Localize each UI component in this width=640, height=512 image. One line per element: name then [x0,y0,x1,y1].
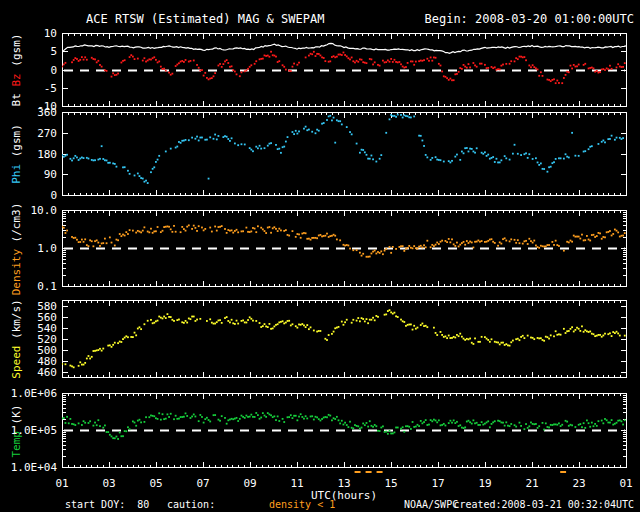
speed-ytick-label: 540 [0,323,57,334]
density-ytick-label: 10.0 [0,205,57,216]
density-ytick-label: 1.0 [0,243,57,254]
begin-timestamp: Begin: 2008-03-20 01:00:00UTC [424,12,634,26]
x-tick-label: 05 [149,477,162,490]
speed-plot-canvas [62,300,627,378]
created-timestamp: created:2008-03-21 00:32:04UTC [453,499,634,510]
mag-ytick-label: -5 [0,83,57,94]
x-tick-label: 09 [243,477,256,490]
start-doy-label: start DOY: 80 [65,499,149,510]
temp-ytick-label: 1.0E+05 [0,425,57,436]
x-tick-label: 17 [431,477,444,490]
caution-marker-strip [62,470,627,474]
x-tick-label: 03 [102,477,115,490]
mag-ytick-label: 10 [0,28,57,39]
ace-rtsw-solar-wind-plot: ACE RTSW (Estimated) MAG & SWEPAM Begin:… [0,0,640,512]
phi-ytick-label: 90 [0,169,57,180]
x-tick-label: 01 [55,477,68,490]
speed-ytick-label: 580 [0,301,57,312]
plot-title: ACE RTSW (Estimated) MAG & SWEPAM [86,12,324,26]
x-tick-label: 21 [525,477,538,490]
phi-ytick-label: 270 [0,128,57,139]
density-ytick-label: 0.1 [0,281,57,292]
phi-plot-canvas [62,112,627,196]
phi-ytick-label: 360 [0,107,57,118]
mag-ytick-label: 0 [0,65,57,76]
x-tick-label: 01 [619,477,632,490]
speed-ytick-label: 480 [0,356,57,367]
speed-ytick-label: 520 [0,334,57,345]
phi-ytick-label: 180 [0,149,57,160]
x-tick-label: 19 [478,477,491,490]
caution-value: density < 1 [269,499,335,510]
density-plot-canvas [62,210,627,287]
mag-plot-canvas [62,33,627,107]
x-tick-label: 15 [384,477,397,490]
x-tick-label: 11 [290,477,303,490]
x-tick-label: 07 [196,477,209,490]
temp-plot-canvas [62,393,627,468]
temp-ytick-label: 1.0E+06 [0,388,57,399]
caution-label: caution: [167,499,215,510]
speed-ytick-label: 460 [0,367,57,378]
temp-ytick-label: 1.0E+04 [0,462,57,473]
phi-ytick-label: 0 [0,190,57,201]
speed-ytick-label: 500 [0,345,57,356]
agency-label: NOAA/SWPC [404,499,458,510]
mag-ytick-label: 5 [0,46,57,57]
x-tick-label: 23 [572,477,585,490]
speed-ytick-label: 560 [0,312,57,323]
